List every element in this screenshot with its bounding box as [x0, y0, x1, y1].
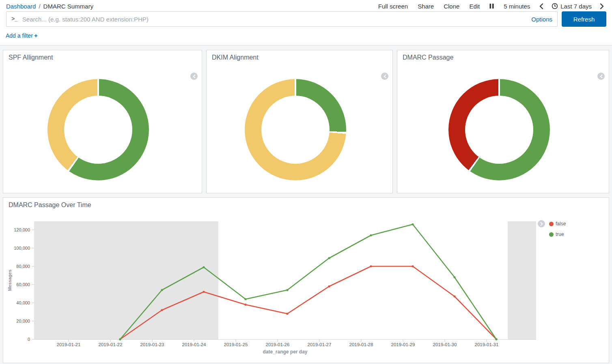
- panel-title-timeseries: DMARC Passage Over Time: [9, 201, 91, 209]
- refresh-button[interactable]: Refresh: [562, 11, 606, 27]
- donut-hole: [465, 96, 533, 164]
- svg-text:2019-01-29: 2019-01-29: [391, 342, 415, 347]
- breadcrumb-dashboard-link[interactable]: Dashboard: [6, 3, 36, 10]
- legend-dot-true: [549, 232, 554, 237]
- page-title: DMARC Summary: [43, 3, 93, 10]
- svg-text:2019-01-25: 2019-01-25: [224, 342, 248, 347]
- legend-label-true: true: [556, 231, 564, 237]
- share-button[interactable]: Share: [415, 3, 437, 10]
- legend-expand-button[interactable]: [538, 220, 545, 227]
- svg-text:2019-01-30: 2019-01-30: [433, 342, 457, 347]
- panel-title-spf: SPF Allignment: [3, 50, 202, 61]
- svg-text:2019-01-26: 2019-01-26: [266, 342, 290, 347]
- time-range-label: Last 7 days: [560, 3, 592, 10]
- svg-text:120,000: 120,000: [14, 227, 30, 232]
- donut-hole: [64, 96, 132, 164]
- time-back-chevron-icon[interactable]: [537, 3, 546, 9]
- svg-text:2019-01-23: 2019-01-23: [140, 342, 164, 347]
- legend-dot-false: [549, 222, 554, 226]
- svg-text:Messages: Messages: [7, 270, 12, 291]
- search-input[interactable]: [22, 15, 527, 23]
- svg-text:100,000: 100,000: [14, 246, 30, 251]
- spf-donut-chart[interactable]: [47, 79, 149, 180]
- svg-text:40,000: 40,000: [16, 300, 30, 305]
- chevron-left-icon: [600, 75, 603, 78]
- breadcrumb: Dashboard / DMARC Summary: [6, 3, 93, 10]
- svg-text:60,000: 60,000: [16, 282, 30, 287]
- svg-text:0: 0: [28, 337, 30, 342]
- panel-dmarc-over-time: 2019-01-212019-01-222019-01-232019-01-24…: [3, 197, 609, 363]
- timeseries-legend: false true: [549, 221, 566, 237]
- svg-text:2019-01-28: 2019-01-28: [349, 342, 373, 347]
- svg-text:2019-01-24: 2019-01-24: [182, 342, 206, 347]
- panel-title-dkim: DKIM Alignment: [207, 50, 392, 61]
- panel-dkim-alignment: DKIM Alignment: [206, 50, 393, 193]
- clock-icon: [552, 3, 558, 9]
- legend-collapse-button[interactable]: [597, 73, 605, 80]
- options-link[interactable]: Options: [531, 16, 552, 23]
- legend-collapse-button[interactable]: [381, 73, 388, 80]
- svg-text:2019-01-31: 2019-01-31: [475, 342, 499, 347]
- dmarc-donut-chart[interactable]: [448, 79, 550, 180]
- pause-icon[interactable]: [487, 3, 497, 9]
- chevron-left-icon: [384, 75, 386, 78]
- clone-button[interactable]: Clone: [441, 3, 462, 10]
- svg-text:2019-01-27: 2019-01-27: [308, 342, 332, 347]
- full-screen-button[interactable]: Full screen: [375, 3, 411, 10]
- time-forward-chevron-icon[interactable]: [597, 3, 606, 9]
- refresh-interval-button[interactable]: 5 minutes: [501, 3, 533, 10]
- chevron-right-icon: [540, 222, 543, 226]
- plus-icon[interactable]: +: [34, 32, 38, 39]
- legend-collapse-button[interactable]: [190, 73, 198, 80]
- legend-item-false[interactable]: false: [549, 221, 566, 227]
- panel-spf-alignment: SPF Allignment: [3, 50, 202, 193]
- edit-button[interactable]: Edit: [466, 3, 483, 10]
- chevron-left-icon: [193, 75, 196, 78]
- top-menu: Full screen Share Clone Edit 5 minutes L…: [375, 3, 606, 10]
- time-range-picker[interactable]: Last 7 days: [550, 3, 593, 10]
- panel-dmarc-passage: DMARC Passage: [397, 50, 609, 193]
- svg-text:80,000: 80,000: [16, 264, 30, 269]
- panel-title-dmarc: DMARC Passage: [397, 50, 609, 61]
- legend-label-false: false: [556, 221, 566, 227]
- donut-hole: [261, 96, 330, 164]
- svg-text:date_range per day: date_range per day: [263, 349, 307, 355]
- breadcrumb-separator: /: [39, 3, 40, 10]
- add-filter-link[interactable]: Add a filter: [6, 32, 33, 39]
- timeseries-chart: 2019-01-212019-01-222019-01-232019-01-24…: [3, 198, 609, 363]
- legend-item-true[interactable]: true: [549, 231, 566, 237]
- dkim-donut-chart[interactable]: [245, 79, 346, 180]
- svg-text:2019-01-21: 2019-01-21: [57, 342, 81, 347]
- search-bar: >_ Options: [6, 11, 558, 27]
- dashboard-grid: SPF Allignment DKIM Alignment DMARC Pass…: [0, 45, 612, 364]
- header: Dashboard / DMARC Summary Full screen Sh…: [0, 0, 612, 45]
- svg-text:20,000: 20,000: [16, 319, 30, 323]
- query-prompt-icon: >_: [11, 16, 17, 22]
- svg-text:2019-01-22: 2019-01-22: [99, 342, 123, 347]
